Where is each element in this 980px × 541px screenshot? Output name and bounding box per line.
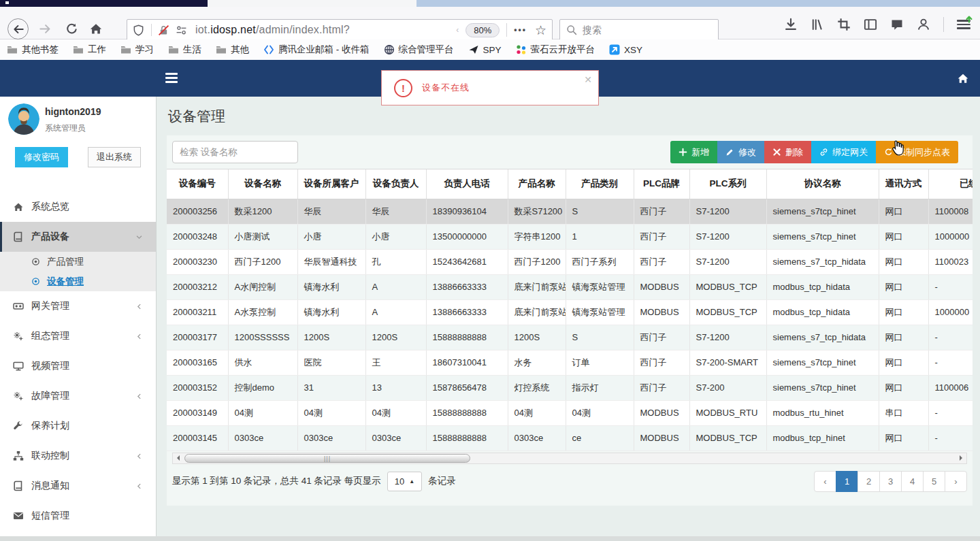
table-cell: 镇海泵站管理 [566,274,634,299]
sidebar-item[interactable]: 系统总览 [0,192,156,222]
bookmark-item[interactable]: 生活 [168,44,201,56]
bookmark-item[interactable]: 工作 [73,44,106,56]
browser-home-icon[interactable] [89,22,103,35]
action-button[interactable]: 修改 [717,141,764,163]
sidebar-subitem[interactable]: 产品管理 [0,252,156,272]
bookmark-item[interactable]: SPY [468,44,502,55]
zoom-level-badge[interactable]: 80% [466,23,500,37]
menu-icon[interactable] [957,18,970,31]
screenshot-icon[interactable] [837,18,851,31]
table-row[interactable]: 200003152控制demo311315878656478灯控系统指示灯西门子… [167,375,973,400]
table-cell: siemens_s7tcp_hinet [766,224,879,249]
table-row[interactable]: 200003256数采1200华辰华辰18390936104数采S71200S西… [167,199,973,224]
bookmark-item[interactable]: 学习 [120,44,154,56]
table-cell: 网口 [879,425,928,450]
column-header[interactable]: 协议名称 [766,169,879,199]
page-1[interactable]: 1 [836,471,858,492]
chat-icon[interactable] [890,18,904,31]
account-icon[interactable] [917,18,930,31]
sidebar-item[interactable]: 产品设备 [0,222,156,252]
table-cell: - [928,425,973,450]
reader-mode-icon[interactable]: ‹ [456,25,459,35]
device-search-input[interactable] [172,141,298,163]
browser-active-tab[interactable] [208,0,416,7]
page-next[interactable]: › [945,471,967,492]
browser-search-box[interactable] [559,19,719,41]
page-prev[interactable]: ‹ [814,471,836,492]
reload-icon[interactable] [65,22,78,35]
bookmark-item[interactable]: 其他 [216,44,249,56]
column-header[interactable]: PLC系列 [689,169,766,199]
library-icon[interactable] [811,18,824,31]
url-bar[interactable]: iot.idosp.net/admin/index.html? ‹ 80% ••… [127,19,553,41]
sidebar-subitem[interactable]: 设备管理 [0,272,156,291]
table-row[interactable]: 200003211A水泵控制镇海水利A13886663333底来门前泵站镇海泵站… [167,299,973,325]
table-row[interactable]: 200003165供水医院王18607310041水务订单西门子S7-200-S… [167,350,973,375]
table-cell: S [566,199,634,224]
table-row[interactable]: 2000031450303ce0303ce0303ce1588888888803… [167,425,973,450]
sidebar-item[interactable]: 联动控制 [0,441,156,471]
column-header[interactable]: 设备负责人 [365,169,426,199]
table-cell: 15888888888 [426,400,508,425]
back-button[interactable] [7,18,29,39]
sidebar-item[interactable]: 消息通知 [0,471,156,501]
download-icon[interactable] [784,18,798,31]
sidebar-item[interactable]: 组态管理 [0,321,156,351]
sidebar-item[interactable]: 视频管理 [0,351,156,381]
table-row[interactable]: 200003212A水闸控制镇海水利A13886663333底来门前泵站镇海泵站… [167,274,973,299]
table-cell: MODBUS [634,299,689,325]
bookmark-item[interactable]: 综合管理平台 [384,44,454,56]
page-size-select[interactable]: 10▲ [387,472,422,491]
alert-close-icon[interactable]: ✕ [584,74,592,85]
bookmark-label: SPY [483,45,502,55]
table-row[interactable]: 200003230西门子1200华辰智通科技孔15243642681西门子120… [167,249,973,274]
column-header[interactable]: 产品类别 [566,169,634,199]
action-button[interactable]: 删除 [764,141,811,163]
sidebar-item[interactable]: 网关管理 [0,291,156,321]
sidebar-item[interactable]: 故障管理 [0,381,156,411]
sidebar-item[interactable]: 短信管理 [0,501,156,531]
action-button[interactable]: 新增 [670,141,717,163]
bookmark-item[interactable]: XSY [609,44,642,55]
sidebar-panel-icon[interactable] [864,18,877,31]
scrollbar-thumb[interactable]: ||| [184,454,470,463]
column-header[interactable]: 设备名称 [228,169,297,199]
column-header[interactable]: 设备所属客户 [297,169,365,199]
bookmark-star-icon[interactable]: ☆ [535,22,546,38]
table-row[interactable]: 2000031771200SSSSSS1200S1200S15888888888… [167,325,973,350]
page-5[interactable]: 5 [923,471,945,492]
column-header[interactable]: 产品名称 [508,169,566,199]
scroll-right-arrow[interactable] [956,453,966,463]
table-cell: - [928,274,973,299]
logout-button[interactable]: 退出系统 [88,147,141,167]
column-header[interactable]: 已绑定网关 [928,169,973,199]
permissions-icon[interactable] [176,24,187,36]
table-cell: 15878656478 [426,375,508,400]
app-home-icon[interactable] [957,72,969,84]
page-actions-icon[interactable]: ••• [514,25,527,35]
page-4[interactable]: 4 [901,471,924,492]
horizontal-scrollbar[interactable]: ||| [172,453,967,464]
action-button[interactable]: 强制同步点表 [876,141,958,163]
forward-button[interactable] [39,22,52,35]
column-header[interactable]: 设备编号 [167,169,228,199]
page-2[interactable]: 2 [858,471,880,492]
action-button[interactable]: 绑定网关 [811,141,876,163]
column-header[interactable]: 通讯方式 [879,169,928,199]
bookmark-item[interactable]: 腾讯企业邮箱 - 收件箱 [263,44,370,56]
column-header[interactable]: PLC品牌 [634,169,689,199]
sidebar-item[interactable]: 保养计划 [0,411,156,441]
browser-search-input[interactable] [583,24,712,35]
table-row[interactable]: 20000314904测04测04测1588888888804测04测MODBU… [167,400,973,425]
bookmark-item[interactable]: 其他书签 [7,44,59,56]
table-cell: 数采1200 [228,199,297,224]
page-3[interactable]: 3 [879,471,902,492]
sidebar-toggle-icon[interactable] [165,73,178,83]
column-header[interactable]: 负责人电话 [426,169,508,199]
bookmark-item[interactable]: 萤石云开放平台 [516,44,595,56]
scroll-left-arrow[interactable] [173,453,183,463]
shield-icon[interactable] [133,24,144,36]
table-row[interactable]: 200003248小唐测试小唐小唐13500000000字符串12001西门子S… [167,224,973,249]
change-password-button[interactable]: 修改密码 [15,147,68,167]
insecure-lock-icon[interactable] [158,24,169,36]
